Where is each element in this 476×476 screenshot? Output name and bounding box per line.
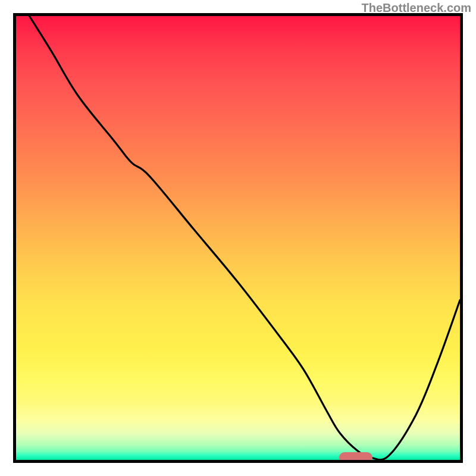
bottleneck-curve bbox=[29, 16, 460, 460]
curve-svg bbox=[16, 16, 460, 460]
optimal-point-marker bbox=[339, 452, 372, 463]
plot-frame bbox=[13, 13, 463, 463]
watermark-text: TheBottleneck.com bbox=[362, 1, 471, 15]
chart-container: TheBottleneck.com bbox=[0, 0, 476, 476]
